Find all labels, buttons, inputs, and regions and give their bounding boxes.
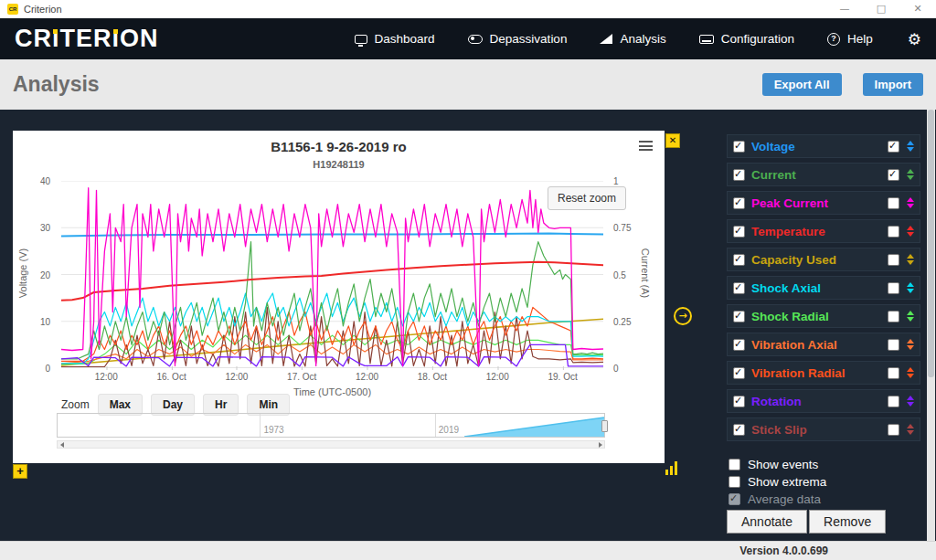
nav-item-help[interactable]: ? Help <box>827 32 873 46</box>
arrow-down-icon[interactable] <box>907 147 914 152</box>
arrow-down-icon[interactable] <box>907 430 914 435</box>
option-checkbox[interactable] <box>729 476 740 488</box>
maximize-icon[interactable]: □ <box>863 0 899 18</box>
series-axis-checkbox[interactable] <box>888 282 899 294</box>
annotate-button[interactable]: Annotate <box>727 510 807 534</box>
timeline-navigator[interactable]: 1973 2019 <box>57 413 605 438</box>
series-reorder-arrows[interactable] <box>907 169 914 180</box>
plot-area[interactable] <box>61 181 603 368</box>
app-footer: Version 4.0.0.699 <box>0 541 936 560</box>
arrow-up-icon[interactable] <box>907 339 914 343</box>
arrow-up-icon[interactable] <box>907 197 914 202</box>
expand-arrow-button[interactable]: → <box>674 307 692 325</box>
arrow-down-icon[interactable] <box>907 345 914 350</box>
series-reorder-arrows[interactable] <box>907 367 914 378</box>
series-reorder-arrows[interactable] <box>907 424 914 435</box>
arrow-down-icon[interactable] <box>907 289 914 293</box>
arrow-up-icon[interactable] <box>907 226 914 230</box>
arrow-up-icon[interactable] <box>907 367 914 372</box>
scroll-left-icon[interactable] <box>58 440 66 449</box>
arrow-down-icon[interactable] <box>907 175 914 180</box>
x-tick-label: 12:00 <box>356 372 378 382</box>
series-row-temperature: Temperature <box>727 219 920 243</box>
import-button[interactable]: Import <box>863 73 923 96</box>
series-visibility-checkbox[interactable] <box>733 197 745 209</box>
x-tick-label: 18. Oct <box>418 372 447 382</box>
nav-item-dashboard[interactable]: Dashboard <box>355 32 435 46</box>
series-axis-checkbox[interactable] <box>888 424 899 436</box>
x-tick-label: 12:00 <box>486 372 509 382</box>
help-icon: ? <box>827 33 840 46</box>
arrow-up-icon[interactable] <box>907 254 914 259</box>
scroll-right-icon[interactable] <box>596 440 604 449</box>
series-visibility-checkbox[interactable] <box>733 424 745 436</box>
series-visibility-checkbox[interactable] <box>733 367 745 379</box>
arrow-up-icon[interactable] <box>907 169 914 174</box>
series-reorder-arrows[interactable] <box>907 282 914 293</box>
close-chart-button[interactable]: ✕ <box>665 133 680 148</box>
series-reorder-arrows[interactable] <box>907 311 914 322</box>
nav-item-analysis[interactable]: Analysis <box>600 32 665 46</box>
series-axis-checkbox[interactable] <box>888 169 899 181</box>
arrow-down-icon[interactable] <box>907 317 914 322</box>
series-reorder-arrows[interactable] <box>907 141 914 152</box>
series-axis-checkbox[interactable] <box>888 339 899 351</box>
series-label: Shock Axial <box>751 281 888 295</box>
series-axis-checkbox[interactable] <box>888 254 899 266</box>
arrow-down-icon[interactable] <box>907 260 914 265</box>
content-scrollbar[interactable] <box>927 110 935 541</box>
navigator-scrollbar[interactable] <box>57 440 605 449</box>
arrow-up-icon[interactable] <box>907 311 914 315</box>
series-label: Rotation <box>751 395 888 408</box>
option-checkbox[interactable] <box>729 493 740 505</box>
series-visibility-checkbox[interactable] <box>733 311 745 322</box>
series-reorder-arrows[interactable] <box>907 339 914 350</box>
arrow-up-icon[interactable] <box>907 282 914 287</box>
series-label: Shock Radial <box>751 310 888 323</box>
remove-button[interactable]: Remove <box>809 510 886 534</box>
nav-item-depassivation[interactable]: Depassivation <box>468 32 568 46</box>
window-titlebar: CR Criterion — □ ✕ <box>0 0 936 18</box>
series-visibility-checkbox[interactable] <box>733 282 745 294</box>
export-all-button[interactable]: Export All <box>762 73 842 96</box>
option-checkbox[interactable] <box>729 459 740 470</box>
series-visibility-checkbox[interactable] <box>733 141 745 153</box>
series-visibility-checkbox[interactable] <box>733 254 745 266</box>
series-visibility-checkbox[interactable] <box>733 169 745 181</box>
series-axis-checkbox[interactable] <box>888 141 899 153</box>
series-visibility-checkbox[interactable] <box>733 396 745 407</box>
settings-gear-icon[interactable]: ⚙ <box>908 30 921 48</box>
series-sidebar: Voltage Current Peak Current Temperature <box>727 134 920 446</box>
arrow-down-icon[interactable] <box>907 204 914 208</box>
arrow-up-icon[interactable] <box>907 424 914 428</box>
arrow-down-icon[interactable] <box>907 402 914 407</box>
option-label: Average data <box>748 492 821 506</box>
bar-chart-icon[interactable] <box>665 461 677 475</box>
series-reorder-arrows[interactable] <box>907 396 914 407</box>
series-visibility-checkbox[interactable] <box>733 226 745 238</box>
series-axis-checkbox[interactable] <box>888 226 899 238</box>
chart-menu-icon[interactable] <box>639 141 653 153</box>
series-reorder-arrows[interactable] <box>907 226 914 237</box>
arrow-up-icon[interactable] <box>907 141 914 145</box>
series-axis-checkbox[interactable] <box>888 396 899 407</box>
series-axis-checkbox[interactable] <box>888 311 899 322</box>
series-reorder-arrows[interactable] <box>907 254 914 265</box>
minimize-icon[interactable]: — <box>826 0 863 18</box>
reset-zoom-button[interactable]: Reset zoom <box>548 186 626 210</box>
add-chart-button[interactable]: + <box>13 464 27 479</box>
series-reorder-arrows[interactable] <box>907 197 914 208</box>
nav-item-configuration[interactable]: Configuration <box>699 32 794 46</box>
scrollbar-thumb[interactable] <box>928 110 934 377</box>
series-axis-checkbox[interactable] <box>888 197 899 209</box>
navigator-handle[interactable] <box>601 420 608 432</box>
arrow-down-icon[interactable] <box>907 232 914 237</box>
chart-series-canvas <box>61 181 603 368</box>
arrow-up-icon[interactable] <box>907 396 914 400</box>
series-axis-checkbox[interactable] <box>888 367 899 379</box>
series-visibility-checkbox[interactable] <box>733 339 745 351</box>
arrow-down-icon[interactable] <box>907 374 914 378</box>
close-icon[interactable]: ✕ <box>899 0 936 18</box>
series-label: Vibration Radial <box>751 366 888 380</box>
series-line-shock-radial <box>61 335 603 365</box>
